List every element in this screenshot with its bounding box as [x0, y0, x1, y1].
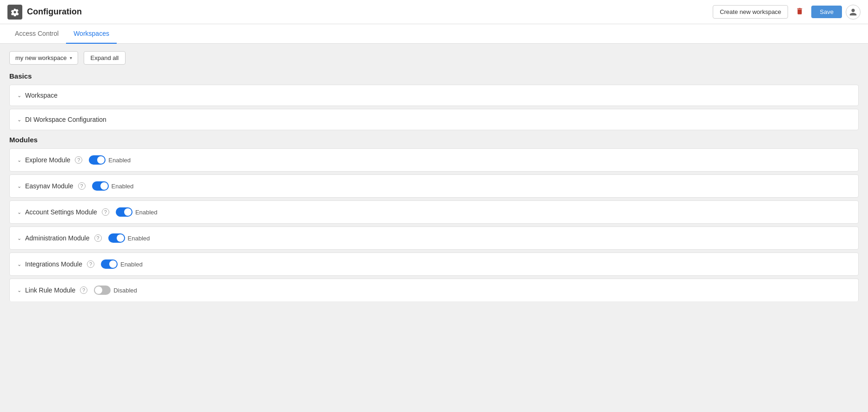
easynav-module-toggle-label: Enabled: [112, 183, 134, 190]
administration-module-toggle-wrap: Enabled: [108, 233, 150, 243]
chevron-icon: ⌄: [17, 117, 21, 123]
section-heading-basics: Basics: [9, 72, 859, 80]
accordion-administration-module: ⌄ Administration Module ? Enabled: [9, 226, 859, 250]
accordion-easynav-module-header[interactable]: ⌄ Easynav Module ? Enabled: [10, 175, 858, 197]
tabs-bar: Access Control Workspaces: [0, 24, 868, 44]
accordion-integrations-module-title: Integrations Module: [25, 260, 82, 268]
integrations-module-toggle-label: Enabled: [120, 261, 143, 268]
easynav-module-toggle-wrap: Enabled: [92, 181, 134, 191]
accordion-administration-module-title: Administration Module: [25, 234, 90, 242]
integrations-module-toggle-wrap: Enabled: [101, 259, 143, 269]
header-left: Configuration: [7, 5, 82, 20]
account-settings-module-toggle[interactable]: [116, 207, 133, 217]
chevron-icon: ⌄: [17, 93, 21, 99]
chevron-icon: ⌄: [17, 235, 21, 241]
link-rule-module-toggle-wrap: Disabled: [94, 286, 137, 295]
administration-module-toggle-label: Enabled: [128, 235, 150, 242]
toggle-knob: [95, 286, 102, 294]
accordion-account-settings-module: ⌄ Account Settings Module ? Enabled: [9, 200, 859, 224]
toggle-knob: [124, 208, 132, 216]
create-workspace-button[interactable]: Create new workspace: [713, 5, 788, 19]
accordion-integrations-module-header[interactable]: ⌄ Integrations Module ? Enabled: [10, 253, 858, 275]
tab-workspaces[interactable]: Workspaces: [66, 24, 117, 44]
account-settings-module-toggle-label: Enabled: [135, 209, 158, 216]
accordion-di-workspace-config: ⌄ DI Workspace Configuration: [9, 109, 859, 130]
explore-module-toggle-wrap: Enabled: [89, 155, 131, 165]
tab-access-control[interactable]: Access Control: [7, 24, 66, 44]
save-button[interactable]: Save: [811, 6, 842, 18]
accordion-link-rule-module-title: Link Rule Module: [25, 286, 75, 294]
header: Configuration Create new workspace Save: [0, 0, 868, 24]
chevron-icon: ⌄: [17, 209, 21, 215]
link-rule-module-toggle[interactable]: [94, 286, 111, 295]
accordion-workspace: ⌄ Workspace: [9, 85, 859, 106]
expand-all-button[interactable]: Expand all: [84, 51, 126, 65]
toolbar-row: my new workspace ▾ Expand all: [9, 51, 859, 65]
accordion-workspace-title: Workspace: [25, 92, 58, 99]
link-rule-module-toggle-label: Disabled: [113, 287, 137, 294]
accordion-integrations-module: ⌄ Integrations Module ? Enabled: [9, 253, 859, 276]
toggle-knob: [117, 234, 124, 242]
explore-module-toggle-label: Enabled: [108, 157, 131, 164]
user-avatar[interactable]: [846, 5, 861, 20]
accordion-account-settings-module-title: Account Settings Module: [25, 208, 97, 216]
help-icon[interactable]: ?: [87, 260, 94, 268]
accordion-account-settings-module-header[interactable]: ⌄ Account Settings Module ? Enabled: [10, 201, 858, 223]
accordion-explore-module-title: Explore Module: [25, 156, 70, 164]
chevron-down-icon: ▾: [70, 55, 72, 60]
toggle-knob: [109, 260, 117, 268]
help-icon[interactable]: ?: [102, 208, 109, 216]
chevron-icon: ⌄: [17, 157, 21, 163]
chevron-icon: ⌄: [17, 261, 21, 267]
page-title: Configuration: [27, 7, 82, 17]
help-icon[interactable]: ?: [78, 182, 86, 190]
easynav-module-toggle[interactable]: [92, 181, 109, 191]
accordion-easynav-module-title: Easynav Module: [25, 182, 73, 190]
header-right: Create new workspace Save: [713, 4, 861, 20]
accordion-administration-module-header[interactable]: ⌄ Administration Module ? Enabled: [10, 227, 858, 249]
main-content: my new workspace ▾ Expand all Basics ⌄ W…: [0, 44, 868, 411]
help-icon[interactable]: ?: [94, 234, 102, 242]
help-icon[interactable]: ?: [80, 286, 87, 294]
workspace-dropdown[interactable]: my new workspace ▾: [9, 51, 78, 65]
section-heading-modules: Modules: [9, 136, 859, 144]
gear-icon: [7, 5, 22, 20]
accordion-explore-module-header[interactable]: ⌄ Explore Module ? Enabled: [10, 149, 858, 171]
delete-button[interactable]: [792, 4, 808, 20]
accordion-easynav-module: ⌄ Easynav Module ? Enabled: [9, 174, 859, 198]
workspace-dropdown-label: my new workspace: [15, 54, 67, 61]
toggle-knob: [97, 156, 105, 164]
integrations-module-toggle[interactable]: [101, 259, 118, 269]
accordion-link-rule-module: ⌄ Link Rule Module ? Disabled: [9, 279, 859, 301]
administration-module-toggle[interactable]: [108, 233, 125, 243]
chevron-icon: ⌄: [17, 183, 21, 189]
accordion-di-workspace-config-title: DI Workspace Configuration: [25, 116, 106, 123]
toggle-knob: [100, 182, 108, 190]
accordion-link-rule-module-header[interactable]: ⌄ Link Rule Module ? Disabled: [10, 279, 858, 301]
help-icon[interactable]: ?: [75, 156, 82, 164]
accordion-workspace-header[interactable]: ⌄ Workspace: [10, 85, 858, 106]
account-settings-module-toggle-wrap: Enabled: [116, 207, 158, 217]
accordion-explore-module: ⌄ Explore Module ? Enabled: [9, 148, 859, 172]
chevron-icon: ⌄: [17, 287, 21, 293]
explore-module-toggle[interactable]: [89, 155, 106, 165]
accordion-di-workspace-config-header[interactable]: ⌄ DI Workspace Configuration: [10, 109, 858, 130]
